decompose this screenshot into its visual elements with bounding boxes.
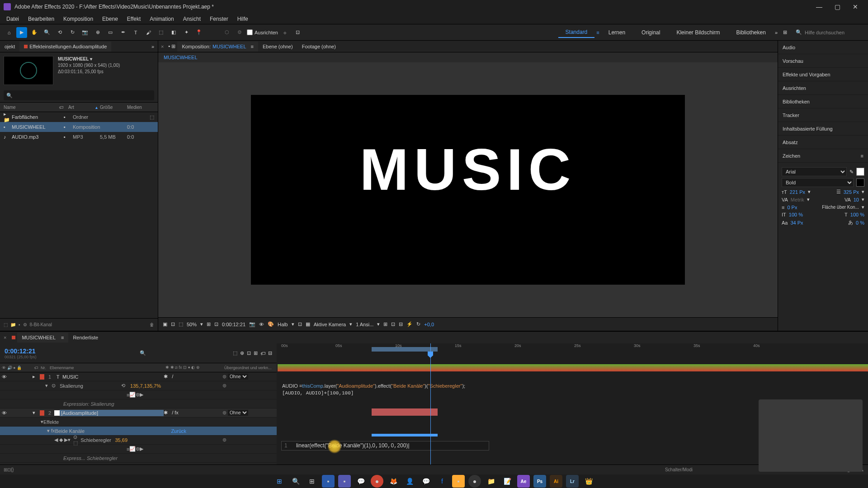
font-weight-dropdown[interactable]: Bold [782, 178, 854, 187]
clone-tool-icon[interactable]: ⬚ [156, 27, 166, 38]
home-icon[interactable]: ⌂ [4, 27, 14, 38]
panel-absatz[interactable]: Absatz [778, 136, 868, 149]
workspace-bibliotheken[interactable]: Bibliotheken [729, 28, 773, 38]
taskbar-app1-icon[interactable]: ● [371, 475, 383, 488]
tab-menu-icon[interactable]: ≡ [251, 44, 254, 49]
font-family-dropdown[interactable]: Arial [782, 167, 847, 176]
timeline-search-icon[interactable]: 🔍 [140, 350, 146, 356]
project-item-farbflaechen[interactable]: ▸ 📁 Farbflächen ▪ Ordner ⬚ [0, 112, 158, 122]
panel-audio[interactable]: Audio [778, 41, 868, 54]
keyframe-bar[interactable] [372, 434, 438, 436]
view2-icon[interactable]: ⊡ [391, 321, 395, 327]
project-item-audio[interactable]: ♪ AUDIO.mp3 ▪ MP3 5,5 MB 0:0 [0, 132, 158, 142]
menu-effekt[interactable]: Effekt [123, 14, 145, 23]
layer-music[interactable]: 👁 ▸ 1 T MUSIC ✱ / ⊚ Ohne [0, 372, 277, 381]
taskbar-facebook-icon[interactable]: f [436, 475, 448, 488]
taskbar-search-icon[interactable]: 🔍 [289, 475, 302, 488]
grid-icon[interactable]: ⊞ [207, 321, 211, 327]
minimize-button[interactable]: — [810, 0, 828, 14]
mesh-icon[interactable]: ⬡ [222, 27, 232, 38]
baseline-value[interactable]: 34 Px [790, 220, 803, 225]
menu-bearbeiten[interactable]: Bearbeiten [24, 14, 59, 23]
menu-ebene[interactable]: Ebene [98, 14, 123, 23]
exposure-value[interactable]: +0,0 [424, 322, 434, 327]
fast-preview-icon[interactable]: ⚡ [406, 321, 413, 327]
eyedropper-icon[interactable]: ✎ [849, 169, 854, 175]
rotate-tool-icon[interactable]: ↻ [67, 27, 78, 38]
timeline-ruler[interactable]: 00s 05s 10s 15s 20s 25s 30s 35s 40s [277, 343, 868, 363]
panel-overflow-icon[interactable]: » [148, 44, 158, 49]
res-chevron-icon[interactable]: ▾ [292, 321, 294, 327]
scale-value[interactable]: 135,7,135,7% [130, 383, 161, 389]
alpha-icon[interactable]: ▣ [163, 321, 167, 327]
taskbar-edge-icon[interactable]: ▪ [322, 475, 335, 488]
layer-audioamplitude[interactable]: 👁 ▾ 2 [Audioamplitude] ✱ / fx ⊚ Ohne [0, 408, 277, 418]
menu-animation[interactable]: Animation [145, 14, 178, 23]
panel-ausrichten[interactable]: Ausrichten [778, 81, 868, 95]
panel-zeichen[interactable]: Zeichen≡ [778, 149, 868, 163]
zuruck-link[interactable]: Zurück [171, 428, 186, 434]
taskbar-app3-icon[interactable]: ▪ [452, 475, 465, 488]
taskbar-app4-icon[interactable]: 👑 [582, 475, 595, 488]
snap-icon[interactable]: ⟐ [280, 27, 291, 38]
maximize-button[interactable]: ▢ [828, 0, 846, 14]
tl-btn1-icon[interactable]: ⬚ [233, 350, 237, 356]
help-search[interactable]: 🔍 Hilfe durchsuchen [792, 28, 864, 36]
slider-value[interactable]: 35,69 [115, 437, 127, 443]
comp-breadcrumb[interactable]: MUSICWHEEL [158, 52, 778, 62]
project-item-musicwheel[interactable]: ▪ MUSICWHEEL ▪ Komposition 0:0 [0, 122, 158, 132]
col-art[interactable]: Art [68, 105, 95, 110]
hand-tool-icon[interactable]: ✋ [29, 27, 40, 38]
col-groesse[interactable]: Größe [100, 105, 127, 110]
taskbar-illustrator-icon[interactable]: Ai [550, 475, 562, 488]
expr-graph-icon-2[interactable]: 📈 [129, 446, 136, 452]
panel-menu-icon[interactable]: ≡ [861, 153, 863, 159]
panel-layout-icon[interactable]: ⊞ [779, 27, 790, 38]
track-bar-audioamp[interactable] [372, 408, 438, 416]
tl-btn6-icon[interactable]: ⊟ [268, 350, 272, 356]
views-dropdown[interactable]: 1 Ansi... [356, 322, 373, 327]
stroke-mode-dropdown[interactable]: Fläche über Kon... [822, 205, 859, 210]
tab-renderliste[interactable]: Renderliste [68, 333, 103, 343]
panel-bibliotheken[interactable]: Bibliotheken [778, 95, 868, 108]
col-name[interactable]: Name [4, 105, 59, 110]
roto-tool-icon[interactable]: ✦ [181, 27, 192, 38]
bitdepth-label[interactable]: 8-Bit-Kanal [30, 322, 52, 327]
tracking-value[interactable]: 10 [854, 197, 859, 202]
newcomp-icon[interactable]: ▪ [19, 322, 20, 327]
stroke-width-value[interactable]: 0 Px [787, 205, 797, 210]
rect-tool-icon[interactable]: ▭ [105, 27, 116, 38]
panel-vorschau[interactable]: Vorschau [778, 54, 868, 68]
newfolder-icon[interactable]: 📁 [10, 322, 16, 327]
expr-lang-icon[interactable]: ▶ [140, 392, 143, 398]
tab-projekt[interactable]: ojekt [0, 42, 19, 52]
toggle-brackets-icon[interactable]: {} [11, 467, 14, 472]
orbit-tool-icon[interactable]: ⟲ [54, 27, 65, 38]
panbehind-tool-icon[interactable]: ⊕ [92, 27, 103, 38]
taskbar-messenger-icon[interactable]: 💬 [420, 475, 432, 488]
col-medien[interactable]: Medien [127, 105, 154, 110]
close-button[interactable]: ✕ [846, 0, 864, 14]
camera-tool-icon[interactable]: 📷 [80, 27, 90, 38]
tl-btn3-icon[interactable]: ⊡ [247, 350, 251, 356]
track-bar-music[interactable] [278, 364, 868, 371]
taskbar-notepad-icon[interactable]: 📝 [501, 475, 514, 488]
timeline-timecode[interactable]: 0:00:12:21 [5, 347, 37, 355]
menu-komposition[interactable]: Komposition [59, 14, 98, 23]
settings-icon[interactable]: ⚙ [23, 322, 27, 327]
taskbar-obs-icon[interactable]: ● [468, 475, 481, 488]
expr-lang-icon-2[interactable]: ▶ [140, 446, 143, 452]
taskbar-whatsapp-icon[interactable]: 💬 [354, 475, 367, 488]
taskbar-photoshop-icon[interactable]: Ps [533, 475, 546, 488]
taskbar-teams-icon[interactable]: ▪ [338, 475, 351, 488]
composition-thumbnail[interactable] [4, 56, 53, 85]
project-search[interactable]: 🔍 [4, 90, 154, 100]
workspace-lernen[interactable]: Lernen [601, 28, 632, 38]
toggle-modes-icon[interactable]: ⊡ [7, 467, 11, 472]
fill-color-swatch[interactable] [856, 168, 864, 176]
taskbar-explorer-icon[interactable]: 📁 [485, 475, 497, 488]
schalter-modi-label[interactable]: Schalter/Modi [665, 467, 693, 472]
camera-dropdown[interactable]: Aktive Kamera [314, 322, 346, 327]
menu-fenster[interactable]: Fenster [205, 14, 233, 23]
font-size-value[interactable]: 221 Px [790, 189, 805, 195]
